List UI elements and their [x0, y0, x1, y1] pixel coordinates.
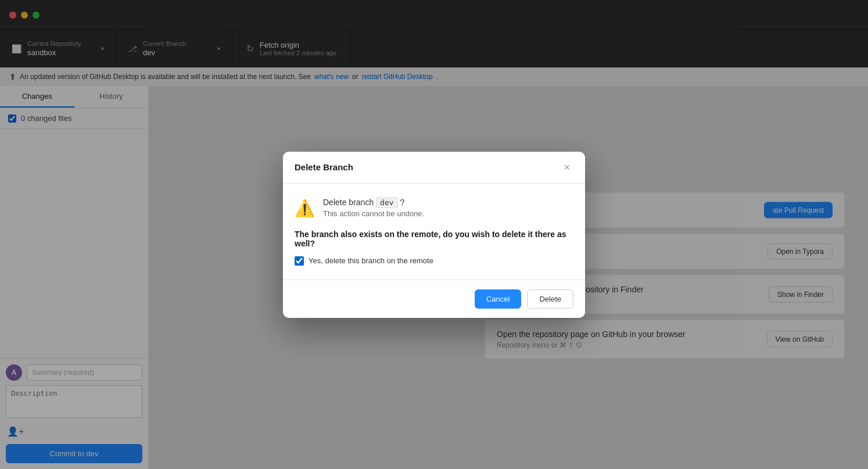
modal-remote-warning: The branch also exists on the remote, do… — [295, 230, 573, 248]
modal-warning-row: ⚠️ Delete branch dev ? This action canno… — [295, 198, 573, 218]
warning-branch-name: dev — [376, 197, 397, 208]
modal-close-button[interactable]: × — [560, 161, 573, 174]
modal-header: Delete Branch × — [283, 152, 585, 184]
modal-undone-text: This action cannot be undone. — [323, 209, 424, 218]
modal-warning-main: Delete branch dev ? — [323, 198, 424, 207]
warning-prefix: Delete branch — [323, 198, 376, 207]
modal-footer: Cancel Delete — [283, 280, 585, 318]
modal-cancel-button[interactable]: Cancel — [475, 289, 521, 309]
modal-checkbox-row: Yes, delete this branch on the remote — [295, 256, 573, 266]
modal-title: Delete Branch — [295, 162, 353, 172]
modal-checkbox-label: Yes, delete this branch on the remote — [309, 256, 433, 265]
delete-branch-modal: Delete Branch × ⚠️ Delete branch dev ? T… — [283, 152, 585, 318]
modal-overlay[interactable]: Delete Branch × ⚠️ Delete branch dev ? T… — [0, 0, 868, 469]
warning-icon: ⚠️ — [295, 199, 315, 218]
warning-suffix: ? — [398, 198, 405, 207]
modal-body: ⚠️ Delete branch dev ? This action canno… — [283, 184, 585, 280]
modal-delete-button[interactable]: Delete — [527, 289, 573, 309]
delete-remote-checkbox[interactable] — [295, 256, 304, 266]
